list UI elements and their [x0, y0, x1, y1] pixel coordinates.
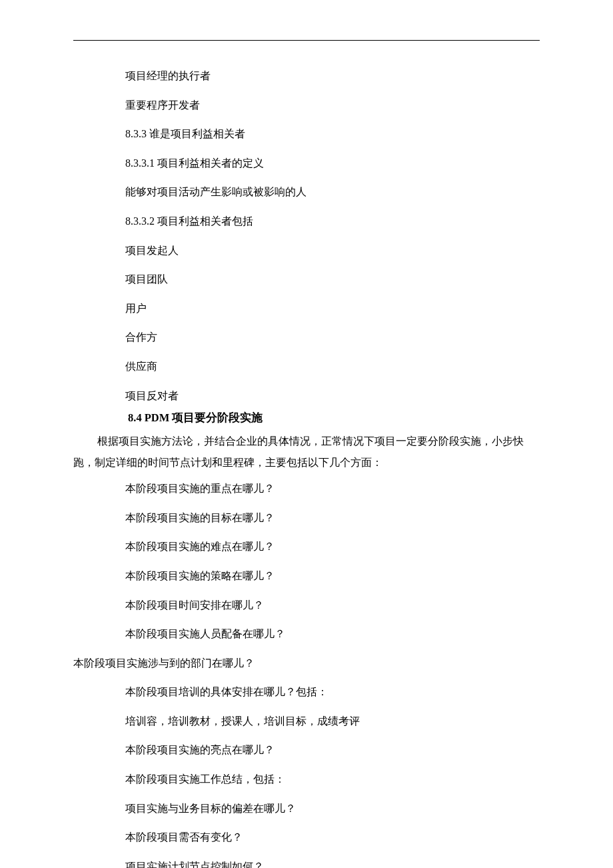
list-item: 项目团队: [73, 271, 540, 288]
section-heading-8331: 8.3.3.1 项目利益相关者的定义: [73, 155, 540, 172]
question-item: 项目实施与业务目标的偏差在哪儿？: [73, 800, 540, 817]
document-page: 项目经理的执行者 重要程序开发者 8.3.3 谁是项目利益相关者 8.3.3.1…: [0, 0, 613, 868]
list-item: 用户: [73, 300, 540, 317]
question-item: 本阶段项目实施的重点在哪儿？: [73, 480, 540, 497]
section-heading-84: 8.4 PDM 项目要分阶段实施: [73, 411, 540, 425]
question-item: 本阶段项目实施的目标在哪儿？: [73, 509, 540, 527]
question-item: 本阶段项目实施涉与到的部门在哪儿？: [73, 655, 540, 672]
body-text: 能够对项目活动产生影响或被影响的人: [73, 183, 540, 201]
question-item: 本阶段项目需否有变化？: [73, 829, 540, 846]
list-item: 合作方: [73, 329, 540, 346]
question-item: 本阶段项目时间安排在哪儿？: [73, 597, 540, 614]
question-item: 项目实施计划节点控制如何？: [73, 858, 540, 868]
section-heading-8332: 8.3.3.2 项目利益相关者包括: [73, 213, 540, 230]
list-item: 项目反对者: [73, 387, 540, 405]
list-item: 项目发起人: [73, 242, 540, 259]
list-item: 供应商: [73, 358, 540, 375]
body-text: 培训容，培训教材，授课人，培训目标，成绩考评: [73, 713, 540, 730]
question-item: 本阶段项目实施的策略在哪儿？: [73, 567, 540, 585]
paragraph: 根据项目实施方法论，并结合企业的具体情况，正常情况下项目一定要分阶段实施，小步快…: [73, 431, 540, 473]
header-divider: [73, 40, 540, 41]
body-text: 项目经理的执行者: [73, 67, 540, 85]
question-item: 本阶段项目实施的亮点在哪儿？: [73, 741, 540, 759]
body-text: 重要程序开发者: [73, 97, 540, 114]
question-item: 本阶段项目实施人员配备在哪儿？: [73, 625, 540, 643]
question-item: 本阶段项目培训的具体安排在哪儿？包括：: [73, 683, 540, 701]
question-item: 本阶段项目实施工作总结，包括：: [73, 771, 540, 788]
question-item: 本阶段项目实施的难点在哪儿？: [73, 538, 540, 555]
section-heading-833: 8.3.3 谁是项目利益相关者: [73, 125, 540, 143]
